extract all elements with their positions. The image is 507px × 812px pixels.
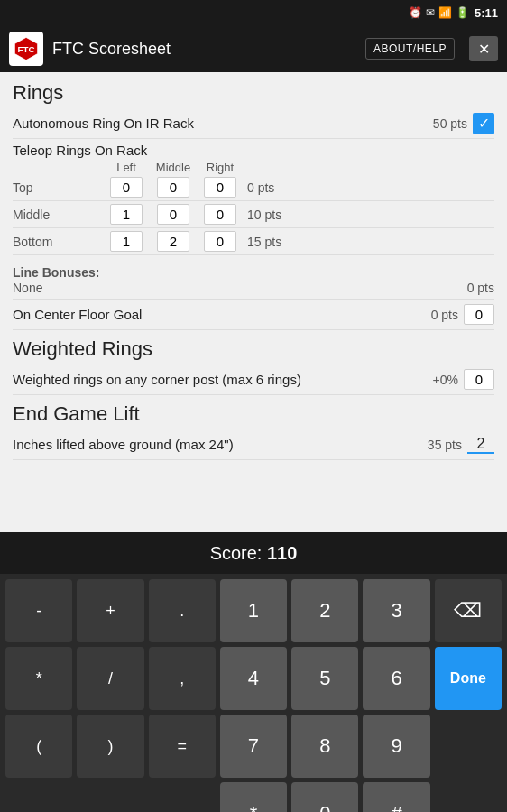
top-middle-input[interactable] <box>157 177 189 198</box>
teleop-row-middle: Middle 10 pts <box>13 201 494 228</box>
top-left-cell <box>103 177 150 198</box>
key-2[interactable]: 2 <box>291 579 358 642</box>
bottom-middle-input[interactable] <box>157 231 189 252</box>
key-dot[interactable]: . <box>149 579 216 642</box>
weighted-rings-title: Weighted Rings <box>13 337 494 361</box>
teleop-section: Teleop Rings On Rack Left Middle Right T… <box>13 139 494 255</box>
row-top-label: Top <box>13 180 103 195</box>
key-backspace[interactable]: ⌫ <box>435 579 502 642</box>
teleop-row-top: Top 0 pts <box>13 174 494 201</box>
key-spacer-5 <box>435 782 502 812</box>
endgame-lift-row: Inches lifted above ground (max 24") 35 … <box>13 429 494 460</box>
keyboard-row-4: * 0 # <box>5 782 502 812</box>
top-left-input[interactable] <box>110 177 143 198</box>
endgame-lift-label: Inches lifted above ground (max 24") <box>13 437 234 452</box>
endgame-lift-title: End Game Lift <box>13 402 494 426</box>
close-button[interactable]: ✕ <box>469 36 498 61</box>
weighted-rings-value: +0% <box>433 369 494 390</box>
key-plus[interactable]: + <box>77 579 143 642</box>
line-bonuses-none: None <box>13 281 42 295</box>
status-icons: ⏰ ✉ 📶 🔋 <box>409 6 469 19</box>
key-4[interactable]: 4 <box>220 647 287 710</box>
weighted-rings-row: Weighted rings on any corner post (max 6… <box>13 364 494 395</box>
bottom-right-input[interactable] <box>204 231 236 252</box>
key-asterisk[interactable]: * <box>220 782 287 812</box>
middle-right-input[interactable] <box>204 204 236 225</box>
teleop-row-bottom: Bottom 15 pts <box>13 228 494 255</box>
col-left: Left <box>103 161 150 174</box>
app-logo: FTC <box>9 32 43 66</box>
center-floor-pts: 0 pts <box>431 308 458 322</box>
keyboard-row-1: - + . 1 2 3 ⌫ <box>5 579 502 642</box>
bottom-right-cell <box>197 231 244 252</box>
bottom-left-input[interactable] <box>110 231 143 252</box>
teleop-header: Left Middle Right <box>103 161 494 174</box>
key-rparen[interactable]: ) <box>77 715 143 778</box>
keyboard-row-3: ( ) = 7 8 9 <box>5 715 502 778</box>
center-floor-input[interactable] <box>464 304 494 325</box>
keyboard: - + . 1 2 3 ⌫ * / , 4 5 6 Done ( ) = 7 8… <box>0 574 507 812</box>
weighted-rings-label: Weighted rings on any corner post (max 6… <box>13 372 301 387</box>
ftc-logo-icon: FTC <box>14 36 39 61</box>
wifi-icon: 📶 <box>438 6 452 19</box>
bottom-left-cell <box>103 231 150 252</box>
teleop-label: Teleop Rings On Rack <box>13 143 147 158</box>
svg-text:FTC: FTC <box>17 44 34 54</box>
endgame-lift-section: End Game Lift Inches lifted above ground… <box>13 402 494 460</box>
about-help-button[interactable]: ABOUT/HELP <box>365 38 455 60</box>
row-bottom-label: Bottom <box>13 235 103 249</box>
key-comma[interactable]: , <box>149 647 216 710</box>
line-bonuses-row: Line Bonuses: None 0 pts <box>13 261 494 300</box>
key-equals[interactable]: = <box>149 715 216 778</box>
keyboard-row-2: * / , 4 5 6 Done <box>5 647 502 710</box>
key-divide[interactable]: / <box>77 647 143 710</box>
weighted-rings-input[interactable] <box>464 369 494 390</box>
key-hash[interactable]: # <box>363 782 429 812</box>
line-bonuses-title: Line Bonuses: <box>13 265 99 280</box>
col-middle: Middle <box>150 161 197 174</box>
key-done[interactable]: Done <box>435 647 502 710</box>
top-right-input[interactable] <box>204 177 236 198</box>
status-bar: ⏰ ✉ 📶 🔋 5:11 <box>0 0 507 25</box>
top-pts: 0 pts <box>247 180 274 195</box>
endgame-lift-input[interactable] <box>467 436 494 454</box>
autonomous-ring-value: 50 pts ✓ <box>433 113 494 134</box>
autonomous-ring-row: Autonomous Ring On IR Rack 50 pts ✓ <box>13 108 494 139</box>
endgame-lift-pts: 35 pts <box>428 438 462 452</box>
key-8[interactable]: 8 <box>291 715 358 778</box>
main-content: Rings Autonomous Ring On IR Rack 50 pts … <box>0 72 507 532</box>
autonomous-pts: 50 pts <box>433 116 467 131</box>
rings-title: Rings <box>13 81 494 105</box>
key-6[interactable]: 6 <box>363 647 429 710</box>
middle-right-cell <box>197 204 244 225</box>
middle-left-input[interactable] <box>110 204 143 225</box>
rings-section: Rings Autonomous Ring On IR Rack 50 pts … <box>13 81 494 330</box>
top-right-cell <box>197 177 244 198</box>
key-9[interactable]: 9 <box>363 715 429 778</box>
key-5[interactable]: 5 <box>291 647 358 710</box>
key-minus[interactable]: - <box>5 579 72 642</box>
endgame-lift-value: 35 pts <box>428 436 494 454</box>
middle-middle-input[interactable] <box>157 204 189 225</box>
center-floor-label: On Center Floor Goal <box>13 307 142 322</box>
key-1[interactable]: 1 <box>220 579 287 642</box>
bottom-middle-cell <box>150 231 197 252</box>
middle-middle-cell <box>150 204 197 225</box>
middle-left-cell <box>103 204 150 225</box>
key-spacer-1 <box>435 715 502 778</box>
key-7[interactable]: 7 <box>220 715 287 778</box>
key-spacer-2 <box>5 782 72 812</box>
key-3[interactable]: 3 <box>363 579 429 642</box>
col-right: Right <box>197 161 244 174</box>
battery-icon: 🔋 <box>456 6 469 19</box>
score-bar: Score: 110 <box>0 532 507 574</box>
middle-pts: 10 pts <box>247 208 281 222</box>
bottom-pts: 15 pts <box>247 235 281 249</box>
weighted-rings-pct: +0% <box>433 373 458 387</box>
autonomous-checkbox[interactable]: ✓ <box>473 113 494 134</box>
key-multiply[interactable]: * <box>5 647 72 710</box>
score-value: 110 <box>267 543 297 564</box>
center-floor-value: 0 pts <box>431 304 494 325</box>
key-0[interactable]: 0 <box>291 782 358 812</box>
key-lparen[interactable]: ( <box>5 715 72 778</box>
